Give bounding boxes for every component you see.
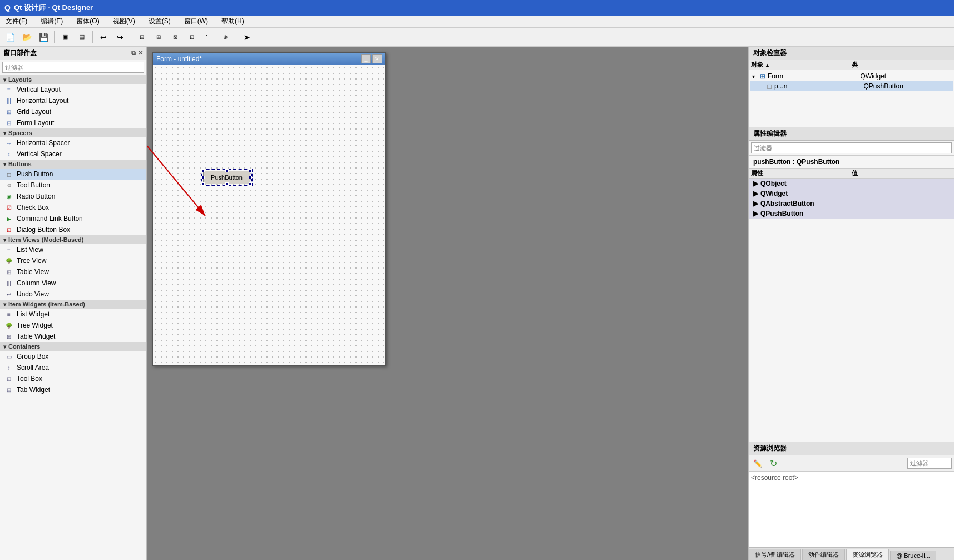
category-spacers[interactable]: ▾ Spacers (0, 128, 146, 137)
prop-group-qpushbutton[interactable]: ▶ QPushButton (749, 209, 954, 219)
new-button[interactable]: 📄 (2, 30, 18, 44)
obj-row-form[interactable]: ▾ ⊞ Form QWidget (750, 71, 953, 81)
category-containers[interactable]: ▾ Containers (0, 342, 146, 351)
widget-box-title: 窗口部件盒 (3, 48, 37, 58)
item-tab-widget[interactable]: ⊟ Tab Widget (0, 384, 146, 395)
layout-grid-button[interactable]: ⊠ (167, 30, 183, 44)
item-radio-button[interactable]: ◉ Radio Button (0, 191, 146, 202)
prop-group-qwidget-label: QWidget (760, 190, 788, 197)
tree-widget-icon: 🌳 (4, 321, 13, 330)
tab-action-editor[interactable]: 动作编辑器 (802, 549, 845, 560)
tree-view-icon: 🌳 (4, 256, 13, 265)
sel-handle-mr (249, 176, 252, 179)
item-horizontal-spacer[interactable]: ↔ Horizontal Spacer (0, 137, 146, 148)
grid-layout-label: Grid Layout (17, 108, 51, 116)
item-group-box[interactable]: ▭ Group Box (0, 351, 146, 362)
resource-refresh-button[interactable]: ↻ (767, 457, 780, 469)
item-check-box[interactable]: ☑ Check Box (0, 202, 146, 213)
widget-filter-area (0, 60, 146, 75)
tool-box-icon: ⊡ (4, 374, 13, 383)
adjust-button[interactable]: ⊕ (218, 30, 233, 44)
category-containers-arrow: ▾ (3, 344, 6, 350)
table-view-label: Table View (17, 268, 49, 276)
obj-row-pushbutton[interactable]: ◻ p...n QPushButton (750, 81, 953, 91)
menu-file[interactable]: 文件(F) (2, 16, 31, 27)
item-undo-view[interactable]: ↩ Undo View (0, 289, 146, 300)
bottom-tabs: 信号/槽 编辑器 动作编辑器 资源浏览器 @ Bruce-li... (749, 548, 954, 560)
category-item-views[interactable]: ▾ Item Views (Model-Based) (0, 235, 146, 244)
prop-group-qobject[interactable]: ▶ QObject (749, 179, 954, 189)
canvas-area[interactable]: Form - untitled* _ ✕ PushButton (147, 47, 748, 560)
radio-button-icon: ◉ (4, 192, 13, 201)
category-buttons[interactable]: ▾ Buttons (0, 160, 146, 169)
item-grid-layout[interactable]: ⊞ Grid Layout (0, 106, 146, 117)
tree-view-label: Tree View (17, 257, 46, 265)
layout-h-button[interactable]: ⊟ (134, 30, 150, 44)
category-layouts[interactable]: ▾ Layouts (0, 75, 146, 84)
form-window-title-bar: Form - untitled* _ ✕ (153, 53, 385, 65)
push-button-widget[interactable]: PushButton (203, 171, 250, 184)
new-form-button[interactable]: ▣ (57, 30, 73, 44)
item-horizontal-layout[interactable]: ||| Horizontal Layout (0, 95, 146, 106)
pointer-button[interactable]: ➤ (239, 30, 255, 44)
menu-view[interactable]: 视图(V) (110, 16, 139, 27)
layout-v-button[interactable]: ⊞ (151, 30, 166, 44)
menu-settings[interactable]: 设置(S) (145, 16, 174, 27)
prop-filter-input[interactable] (751, 142, 952, 153)
horizontal-spacer-icon: ↔ (4, 138, 13, 147)
item-tree-view[interactable]: 🌳 Tree View (0, 255, 146, 266)
col-object-label: 对象 (751, 61, 763, 68)
item-list-widget[interactable]: ≡ List Widget (0, 309, 146, 320)
sel-handle-tc (225, 169, 229, 172)
layout-form-button[interactable]: ⊡ (184, 30, 200, 44)
item-dialog-button[interactable]: ⊡ Dialog Button Box (0, 224, 146, 235)
prop-group-qabstractbutton[interactable]: ▶ QAbstractButton (749, 199, 954, 209)
item-vertical-layout[interactable]: ≡ Vertical Layout (0, 84, 146, 95)
item-vertical-spacer[interactable]: ↕ Vertical Spacer (0, 148, 146, 160)
category-item-widgets[interactable]: ▾ Item Widgets (Item-Based) (0, 300, 146, 309)
item-form-layout[interactable]: ⊟ Form Layout (0, 117, 146, 128)
undo-button[interactable]: ↩ (96, 30, 111, 44)
form-obj-icon: ⊞ (760, 72, 765, 80)
break-layout-button[interactable]: ⋱ (201, 30, 216, 44)
group-box-label: Group Box (17, 353, 48, 360)
item-command-link[interactable]: ▶ Command Link Button (0, 213, 146, 224)
horizontal-spacer-label: Horizontal Spacer (17, 139, 70, 147)
menu-edit[interactable]: 编辑(E) (37, 16, 66, 27)
tool-button-icon: ⚙ (4, 181, 13, 190)
tab-user[interactable]: @ Bruce-li... (890, 551, 936, 560)
prop-group-qpushbutton-arrow: ▶ (753, 210, 758, 217)
open-button[interactable]: 📂 (19, 30, 34, 44)
menu-window[interactable]: 窗口(W) (181, 16, 211, 27)
tab-resource-browser[interactable]: 资源浏览器 (846, 549, 889, 560)
widget-filter-input[interactable] (2, 62, 144, 73)
form-button[interactable]: ▤ (74, 30, 90, 44)
column-view-icon: ||| (4, 279, 13, 288)
resource-filter-input[interactable] (907, 458, 952, 469)
save-button[interactable]: 💾 (36, 30, 51, 44)
object-col-headers: 对象 ▲ 类 (749, 60, 954, 70)
item-tool-button[interactable]: ⚙ Tool Button (0, 180, 146, 191)
form-canvas[interactable]: PushButton (153, 65, 385, 365)
redo-button[interactable]: ↪ (112, 30, 128, 44)
resource-edit-button[interactable]: ✏️ (751, 457, 764, 469)
item-table-widget[interactable]: ⊞ Table Widget (0, 331, 146, 342)
form-close-button[interactable]: ✕ (372, 54, 382, 63)
form-minimize-button[interactable]: _ (361, 54, 371, 63)
item-tool-box[interactable]: ⊡ Tool Box (0, 373, 146, 384)
category-containers-label: Containers (8, 343, 40, 350)
item-list-view[interactable]: ≡ List View (0, 244, 146, 255)
item-scroll-area[interactable]: ↕ Scroll Area (0, 362, 146, 373)
item-column-view[interactable]: ||| Column View (0, 277, 146, 289)
tab-signal-slot[interactable]: 信号/槽 编辑器 (749, 549, 801, 560)
item-push-button[interactable]: ◻ Push Button (0, 169, 146, 180)
menu-help[interactable]: 帮助(H) (218, 16, 248, 27)
category-spacers-label: Spacers (8, 130, 32, 136)
undock-button[interactable]: ⧉ (131, 49, 136, 57)
item-tree-widget[interactable]: 🌳 Tree Widget (0, 320, 146, 331)
prop-group-qwidget[interactable]: ▶ QWidget (749, 189, 954, 199)
item-table-view[interactable]: ⊞ Table View (0, 266, 146, 277)
expand-form[interactable]: ▾ (752, 73, 758, 80)
menu-form[interactable]: 窗体(O) (73, 16, 102, 27)
close-widget-box-button[interactable]: ✕ (138, 49, 143, 57)
